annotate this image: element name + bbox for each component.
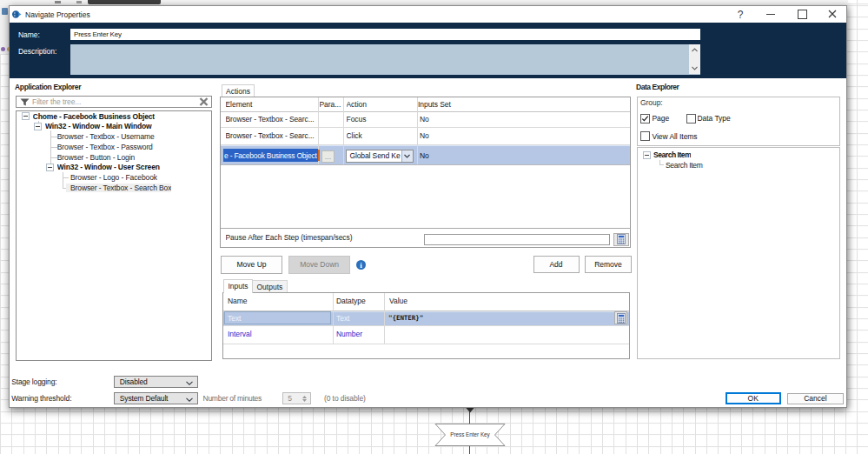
warning-threshold-value: System Default [120, 394, 169, 403]
tab-inputs[interactable]: Inputs [223, 279, 253, 294]
tree-item[interactable]: Win32 - Window - User Screen [57, 162, 160, 172]
checkbox-data-type[interactable] [686, 114, 696, 124]
actions-element-edit-text: e - Facebook Business Object [224, 149, 316, 163]
name-input-value: Press Enter Key [74, 29, 695, 40]
pause-label: Pause After Each Step (timespan/secs) [226, 231, 417, 244]
action-dropdown[interactable]: Global Send Ke [346, 150, 414, 163]
close-button[interactable] [828, 10, 837, 18]
io-cell-name[interactable]: Interval [228, 328, 328, 341]
filter-funnel-icon [20, 98, 30, 106]
move-down-button[interactable]: Move Down [288, 256, 350, 274]
background-left-icon [2, 8, 8, 15]
actions-col-para[interactable]: Para... [320, 98, 342, 110]
data-tree-item[interactable]: Search Item [666, 159, 703, 171]
tree-item[interactable]: Browser - Textbox - Username [57, 131, 155, 142]
checkbox-page-label[interactable]: Page [653, 112, 670, 124]
action-dropdown-value: Global Send Ke [349, 150, 402, 162]
actions-cell[interactable]: Focus [347, 112, 414, 125]
stage-logging-select[interactable]: Disabled [114, 376, 199, 388]
chevron-down-icon [186, 397, 193, 402]
minimize-button[interactable] [766, 14, 775, 15]
add-button[interactable]: Add [533, 256, 580, 273]
tree-item[interactable]: Chome - Facebook Business Object [33, 111, 155, 122]
filter-tree-input[interactable]: Filter the tree... [16, 96, 212, 109]
spinner-up-icon[interactable] [302, 396, 307, 398]
actions-cell[interactable]: Browser - Textbox - Searc... [226, 112, 317, 125]
io-col-name[interactable]: Name [228, 295, 330, 308]
io-name-focus-cell[interactable]: Text [224, 311, 331, 325]
actions-element-edit-cell[interactable]: e - Facebook Business Object [223, 149, 318, 163]
tree-line [659, 164, 665, 165]
dialog-titlebar[interactable]: Navigate Properties ? [10, 6, 846, 23]
spinner-down-icon[interactable] [302, 399, 307, 402]
tree-item[interactable]: Browser - Textbox - Password [57, 142, 153, 152]
io-col-datatype[interactable]: Datatype [336, 295, 381, 308]
actions-col-action[interactable]: Action [347, 98, 414, 110]
actions-cell[interactable]: No [420, 130, 524, 143]
tree-line [63, 172, 63, 189]
tree-expander-icon[interactable] [22, 112, 30, 120]
app-explorer-title: Application Explorer [15, 82, 81, 92]
actions-col-inputs-set[interactable]: Inputs Set [418, 98, 522, 110]
data-explorer-tree [637, 147, 840, 359]
warning-threshold-select[interactable]: System Default [114, 392, 199, 404]
io-cell-name: Text [228, 312, 328, 324]
tree-item[interactable]: Win32 - Window - Main Window [45, 121, 152, 131]
tree-line [63, 177, 69, 178]
actions-cell[interactable]: No [420, 112, 524, 125]
help-button[interactable]: ? [735, 8, 745, 22]
io-col-value[interactable]: Value [389, 295, 494, 308]
maximize-button[interactable] [798, 10, 807, 19]
flow-node-label: Press Enter Key [450, 431, 490, 438]
grid-line [343, 97, 344, 164]
actions-panel: Element Para... Action Inputs Set Browse… [220, 97, 632, 249]
description-scrollbar[interactable] [689, 44, 700, 74]
dialog-title: Navigate Properties [25, 9, 90, 21]
tree-item[interactable]: Browser - Button - Login [57, 152, 135, 163]
grid-line [221, 144, 631, 145]
pause-input[interactable] [424, 234, 611, 245]
tree-item[interactable]: Browser - Logo - Facebook [70, 172, 157, 183]
browse-ellipsis-button[interactable]: ... [321, 150, 335, 163]
actions-col-element[interactable]: Element [226, 98, 316, 110]
name-input[interactable]: Press Enter Key [70, 29, 700, 40]
minutes-spinner[interactable]: 5 [282, 392, 311, 404]
filter-clear-icon[interactable] [199, 97, 209, 106]
ok-button[interactable]: OK [726, 392, 782, 404]
actions-cell-selected[interactable]: No [420, 149, 524, 162]
checkbox-page[interactable] [640, 114, 650, 124]
move-up-label: Move Up [236, 260, 266, 269]
calculator-icon [617, 234, 626, 244]
scroll-up-icon[interactable] [692, 48, 698, 52]
scroll-down-icon[interactable] [692, 66, 698, 70]
tab-outputs[interactable]: Outputs [252, 280, 287, 293]
tree-expander-icon[interactable] [643, 151, 651, 159]
warning-threshold-label: Warning threshold: [11, 392, 71, 404]
flow-node-press-enter-key[interactable]: Press Enter Key [434, 423, 506, 447]
actions-cell[interactable]: Browser - Textbox - Searc... [226, 130, 317, 143]
actions-cell[interactable]: Click [347, 130, 414, 143]
grid-line [333, 293, 334, 344]
description-textarea[interactable] [70, 44, 700, 75]
tree-expander-icon[interactable] [46, 164, 54, 171]
action-dropdown-button[interactable] [401, 150, 413, 162]
checkbox-view-all-items[interactable] [640, 131, 650, 141]
tree-expander-icon[interactable] [34, 123, 42, 130]
io-value-calc-button[interactable] [614, 311, 627, 324]
cancel-button[interactable]: Cancel [787, 393, 844, 404]
ok-label: OK [748, 394, 759, 403]
remove-button[interactable]: Remove [585, 256, 632, 273]
tab-inputs-label: Inputs [228, 282, 248, 290]
pause-calc-button[interactable] [613, 233, 629, 247]
tree-item-selected[interactable]: Browser - Textbox - Search Box [70, 183, 171, 193]
info-icon[interactable]: i [356, 260, 367, 270]
tree-line [50, 157, 57, 158]
grid-line [223, 344, 629, 344]
io-cell-datatype[interactable]: Number [336, 328, 380, 341]
checkbox-view-all-items-label[interactable]: View All Items [653, 130, 698, 143]
io-cell-value[interactable]: "{ENTER}" [388, 311, 597, 325]
move-up-button[interactable]: Move Up [221, 256, 282, 274]
io-cell-datatype[interactable]: Text [336, 311, 380, 325]
description-label: Description: [18, 45, 56, 57]
checkbox-data-type-label[interactable]: Data Type [698, 112, 731, 124]
